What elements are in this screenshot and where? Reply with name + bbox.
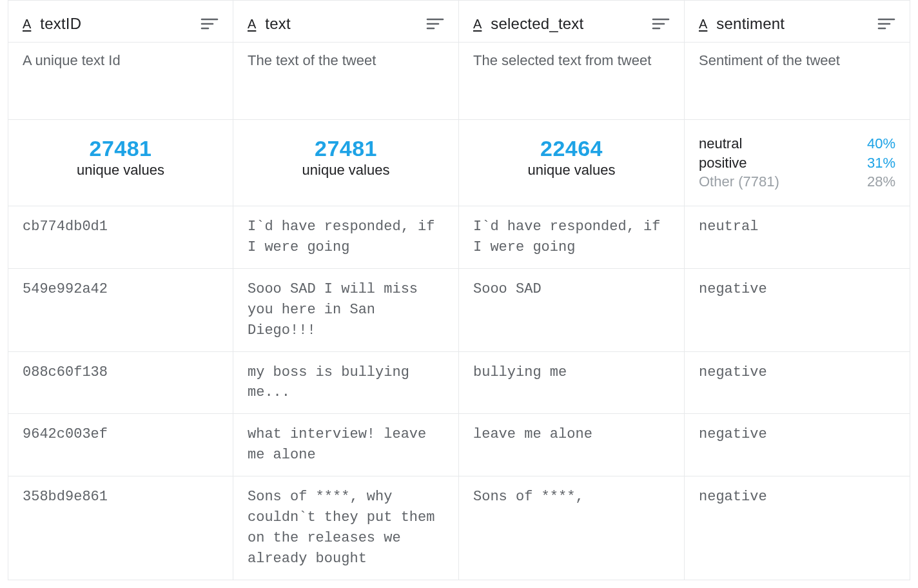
distribution-label: positive xyxy=(699,153,747,173)
table-cell: 9642c003ef xyxy=(8,414,233,476)
table-cell: what interview! leave me alone xyxy=(233,414,459,476)
column-name: text xyxy=(265,15,290,33)
distribution-row: neutral 40% xyxy=(699,134,895,153)
table-cell: Sooo SAD I will miss you here in San Die… xyxy=(233,269,459,352)
unique-label: unique values xyxy=(248,162,444,179)
table-cell: 358bd9e861 xyxy=(8,476,233,580)
column-description: Sentiment of the tweet xyxy=(685,43,910,120)
table-cell: I`d have responded, if I were going xyxy=(459,206,685,269)
table-cell: Sons of ****, xyxy=(459,476,685,580)
distribution-label: neutral xyxy=(699,134,742,153)
data-table: A textID A text A selected_text A sentim… xyxy=(8,0,910,580)
unique-label: unique values xyxy=(473,162,670,179)
column-header-text[interactable]: A text xyxy=(233,1,459,43)
distribution-pct: 40% xyxy=(867,134,895,153)
column-name: textID xyxy=(40,15,81,33)
table-cell: Sons of ****, why couldn`t they put them… xyxy=(233,476,459,580)
column-description: A unique text Id xyxy=(8,43,233,120)
unique-count: 27481 xyxy=(23,137,219,161)
column-description: The text of the tweet xyxy=(233,43,459,120)
string-type-icon: A xyxy=(23,17,31,32)
sort-icon[interactable] xyxy=(652,17,670,30)
string-type-icon: A xyxy=(699,17,707,32)
unique-count: 22464 xyxy=(473,137,670,161)
table-cell: my boss is bullying me... xyxy=(233,352,459,415)
column-name: selected_text xyxy=(491,15,583,33)
table-cell: neutral xyxy=(685,206,910,269)
column-header-sentiment[interactable]: A sentiment xyxy=(685,1,910,43)
column-header-selected-text[interactable]: A selected_text xyxy=(459,1,685,43)
column-header-textid[interactable]: A textID xyxy=(8,1,233,43)
sort-icon[interactable] xyxy=(426,17,444,30)
column-description: The selected text from tweet xyxy=(459,43,685,120)
table-cell: cb774db0d1 xyxy=(8,206,233,269)
sort-icon[interactable] xyxy=(877,17,895,30)
distribution-row: positive 31% xyxy=(699,153,895,173)
column-summary-sentiment: neutral 40% positive 31% Other (7781) 28… xyxy=(685,120,910,206)
column-summary-text: 27481 unique values xyxy=(233,120,459,206)
table-cell: I`d have responded, if I were going xyxy=(233,206,459,269)
table-cell: 088c60f138 xyxy=(8,352,233,415)
table-cell: Sooo SAD xyxy=(459,269,685,352)
table-cell: leave me alone xyxy=(459,414,685,476)
table-cell: negative xyxy=(685,352,910,415)
sort-icon[interactable] xyxy=(200,17,219,30)
column-name: sentiment xyxy=(716,15,785,33)
table-cell: 549e992a42 xyxy=(8,269,233,352)
distribution-label: Other (7781) xyxy=(699,172,779,191)
unique-count: 27481 xyxy=(248,137,444,161)
table-cell: negative xyxy=(685,414,910,476)
table-cell: bullying me xyxy=(459,352,685,415)
distribution-pct: 31% xyxy=(867,153,895,173)
table-cell: negative xyxy=(685,269,910,352)
unique-label: unique values xyxy=(23,162,219,179)
string-type-icon: A xyxy=(248,17,256,32)
string-type-icon: A xyxy=(473,17,482,32)
column-summary-textid: 27481 unique values xyxy=(8,120,233,206)
distribution-row: Other (7781) 28% xyxy=(699,172,895,191)
distribution-pct: 28% xyxy=(867,172,895,191)
column-summary-selected-text: 22464 unique values xyxy=(459,120,685,206)
table-cell: negative xyxy=(685,476,910,580)
